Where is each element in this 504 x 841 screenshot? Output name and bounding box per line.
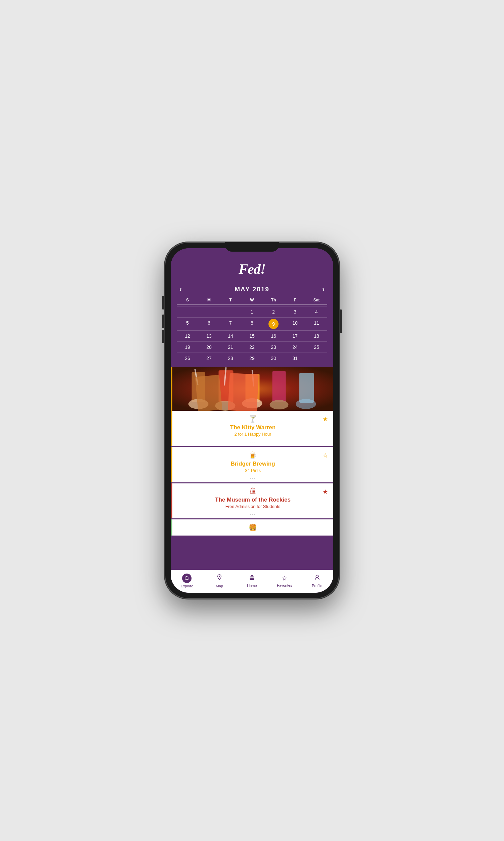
cal-day-23[interactable]: 23 bbox=[263, 342, 284, 353]
cal-day-4[interactable]: 4 bbox=[306, 307, 327, 317]
cal-day-19[interactable]: 19 bbox=[177, 342, 198, 353]
day-header-mon: M bbox=[198, 298, 220, 303]
deal-dots-museum: ... bbox=[178, 510, 328, 516]
cal-day-6[interactable]: 6 bbox=[198, 317, 220, 330]
deal-desc-museum: Free Admission for Students bbox=[178, 504, 328, 509]
svg-line-15 bbox=[188, 579, 189, 580]
day-header-sun: S bbox=[177, 298, 198, 303]
calendar-week-5: 26 27 28 29 30 31 bbox=[177, 353, 327, 364]
favorites-icon: ☆ bbox=[282, 574, 288, 582]
svg-point-21 bbox=[316, 575, 319, 578]
deal-name-bridger: Bridger Brewing bbox=[178, 461, 328, 467]
svg-point-16 bbox=[219, 576, 220, 577]
cal-day-empty bbox=[220, 307, 241, 317]
cal-day-29[interactable]: 29 bbox=[241, 353, 263, 364]
nav-item-profile[interactable]: Profile bbox=[307, 574, 327, 588]
cal-day-17[interactable]: 17 bbox=[284, 331, 306, 341]
screen-content: Fed! ‹ MAY 2019 › S M T W bbox=[171, 248, 333, 593]
cal-day-24[interactable]: 24 bbox=[284, 342, 306, 353]
deal-name-kitty: The Kitty Warren bbox=[178, 424, 328, 431]
svg-point-9 bbox=[188, 399, 209, 409]
calendar-nav: ‹ MAY 2019 › bbox=[177, 284, 327, 294]
prev-month-button[interactable]: ‹ bbox=[177, 284, 184, 294]
svg-rect-19 bbox=[250, 579, 254, 580]
notch bbox=[225, 242, 279, 252]
nav-label-profile: Profile bbox=[312, 584, 322, 588]
cal-day-30[interactable]: 30 bbox=[263, 353, 284, 364]
cal-day-21[interactable]: 21 bbox=[220, 342, 241, 353]
day-header-thu: Th bbox=[263, 298, 284, 303]
cal-day-5[interactable]: 5 bbox=[177, 317, 198, 330]
food-icon: 🍔 bbox=[178, 524, 328, 532]
cal-day-14[interactable]: 14 bbox=[220, 331, 241, 341]
deal-name-museum: The Museum of the Rockies bbox=[178, 497, 328, 503]
calendar-section: ‹ MAY 2019 › S M T W Th F Sat bbox=[171, 281, 333, 367]
svg-rect-1 bbox=[192, 372, 205, 402]
svg-rect-4 bbox=[272, 371, 286, 402]
nav-item-explore[interactable]: Explore bbox=[177, 573, 197, 588]
deal-desc-bridger: $4 Pints bbox=[178, 468, 328, 473]
phone-wrapper: Fed! ‹ MAY 2019 › S M T W bbox=[165, 242, 339, 599]
nav-item-map[interactable]: Map bbox=[209, 574, 230, 588]
cal-day-26[interactable]: 26 bbox=[177, 353, 198, 364]
cal-day-2[interactable]: 2 bbox=[263, 307, 284, 317]
svg-point-10 bbox=[215, 401, 236, 411]
deal-dots-kitty: ... bbox=[178, 438, 328, 443]
deal-info-bridger: 🍺 Bridger Brewing $4 Pints ... ☆ bbox=[173, 447, 333, 482]
explore-icon bbox=[182, 573, 192, 583]
cal-day-empty bbox=[198, 307, 220, 317]
calendar-week-4: 19 20 21 22 23 24 25 bbox=[177, 341, 327, 353]
home-icon bbox=[249, 574, 255, 583]
nav-label-favorites: Favorites bbox=[277, 583, 292, 587]
cocktail-icon: 🍸 bbox=[178, 415, 328, 423]
deal-fav-bridger[interactable]: ☆ bbox=[323, 452, 328, 459]
cal-day-20[interactable]: 20 bbox=[198, 342, 220, 353]
cal-day-25[interactable]: 25 bbox=[306, 342, 327, 353]
profile-icon bbox=[314, 574, 320, 583]
deal-card-bridger[interactable]: 🍺 Bridger Brewing $4 Pints ... ☆ bbox=[171, 447, 333, 482]
nav-item-home[interactable]: Home bbox=[242, 574, 262, 588]
cal-day-18[interactable]: 18 bbox=[306, 331, 327, 341]
calendar-day-headers: S M T W Th F Sat bbox=[177, 298, 327, 305]
cal-day-1[interactable]: 1 bbox=[241, 307, 263, 317]
cal-day-3[interactable]: 3 bbox=[284, 307, 306, 317]
phone-screen: Fed! ‹ MAY 2019 › S M T W bbox=[171, 248, 333, 593]
cal-day-10[interactable]: 10 bbox=[284, 317, 306, 330]
deal-card-image-kitty bbox=[173, 367, 333, 411]
deal-fav-museum[interactable]: ★ bbox=[323, 488, 328, 496]
cal-day-31[interactable]: 31 bbox=[284, 353, 306, 364]
cal-day-8[interactable]: 8 bbox=[241, 317, 263, 330]
map-icon bbox=[216, 574, 222, 583]
deal-card-partial[interactable]: 🍔 bbox=[171, 519, 333, 535]
bottom-nav: Explore Map bbox=[171, 570, 333, 593]
calendar-week-1: 1 2 3 4 bbox=[177, 306, 327, 317]
cal-day-22[interactable]: 22 bbox=[241, 342, 263, 353]
cal-day-13[interactable]: 13 bbox=[198, 331, 220, 341]
cal-day-15[interactable]: 15 bbox=[241, 331, 263, 341]
deal-dots-bridger: ... bbox=[178, 474, 328, 480]
calendar-week-2: 5 6 7 8 9 10 11 bbox=[177, 317, 327, 330]
cal-day-7[interactable]: 7 bbox=[220, 317, 241, 330]
calendar-month-label: MAY 2019 bbox=[235, 286, 269, 293]
deals-list: 🍸 The Kitty Warren 2 for 1 Happy Hour ..… bbox=[171, 367, 333, 570]
deal-card-museum[interactable]: 🏛 The Museum of the Rockies Free Admissi… bbox=[171, 483, 333, 518]
nav-item-favorites[interactable]: ☆ Favorites bbox=[274, 574, 295, 587]
deal-fav-kitty[interactable]: ★ bbox=[323, 415, 328, 423]
deal-card-kitty[interactable]: 🍸 The Kitty Warren 2 for 1 Happy Hour ..… bbox=[171, 367, 333, 446]
app-header: Fed! bbox=[171, 248, 333, 281]
cal-day-28[interactable]: 28 bbox=[220, 353, 241, 364]
svg-rect-5 bbox=[299, 373, 314, 403]
svg-rect-3 bbox=[246, 374, 260, 402]
calendar-week-3: 12 13 14 15 16 17 18 bbox=[177, 330, 327, 341]
cal-day-empty bbox=[306, 353, 327, 364]
cal-day-16[interactable]: 16 bbox=[263, 331, 284, 341]
svg-point-12 bbox=[270, 400, 289, 409]
nav-label-home: Home bbox=[247, 584, 257, 588]
svg-point-11 bbox=[242, 398, 263, 408]
cal-day-12[interactable]: 12 bbox=[177, 331, 198, 341]
cal-day-9-today[interactable]: 9 bbox=[268, 319, 278, 329]
cal-day-11[interactable]: 11 bbox=[306, 317, 327, 330]
next-month-button[interactable]: › bbox=[320, 284, 327, 294]
nav-label-map: Map bbox=[216, 584, 223, 588]
cal-day-27[interactable]: 27 bbox=[198, 353, 220, 364]
